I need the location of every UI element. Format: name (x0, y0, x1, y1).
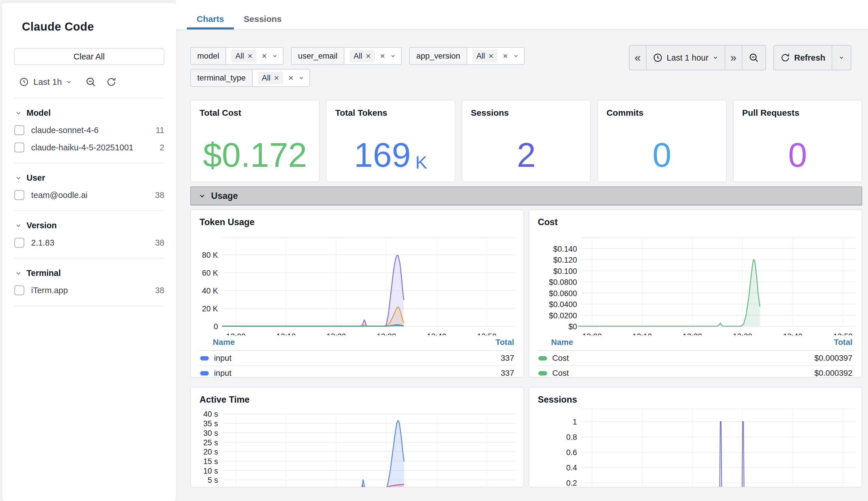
checkbox[interactable] (14, 238, 24, 248)
chart-plot[interactable]: $0$0.0200$0.0400$0.0600$0.0800$0.100$0.1… (537, 229, 857, 335)
stat-card-title: Sessions (471, 108, 582, 118)
chevron-down-icon[interactable] (390, 53, 396, 59)
filter-pill-key: terminal_type (191, 70, 253, 86)
sidebar-item[interactable]: team@oodle.ai38 (14, 190, 164, 200)
filter-pill-model[interactable]: modelAll×× (190, 47, 284, 65)
clear-filter-icon[interactable]: × (262, 52, 267, 60)
chevron-down-icon[interactable] (298, 75, 304, 81)
chevron-down-icon[interactable] (66, 79, 72, 85)
legend-row[interactable]: Cost$0.000392 (537, 366, 854, 377)
svg-text:15 s: 15 s (203, 457, 218, 466)
stat-card-title: Total Cost (199, 108, 310, 118)
filter-pill-app_version[interactable]: app_versionAll×× (409, 47, 525, 65)
checkbox[interactable] (14, 142, 24, 152)
main-area: Charts Sessions modelAll××user_emailAll×… (176, 0, 868, 501)
refresh-icon (780, 53, 790, 63)
stat-card-value: 2 (462, 128, 590, 182)
sidebar-time-range-label[interactable]: Last 1h (33, 77, 62, 87)
checkbox[interactable] (14, 285, 24, 295)
chart-panel-sessions: Sessions0.20.40.60.81 (529, 387, 862, 488)
tab-charts[interactable]: Charts (187, 9, 234, 30)
stat-number: 0 (652, 138, 672, 172)
remove-value-icon[interactable]: × (488, 52, 494, 60)
checkbox[interactable] (14, 190, 24, 200)
remove-value-icon[interactable]: × (248, 52, 253, 60)
filter-value-chip[interactable]: All× (350, 50, 375, 62)
chart-plot[interactable]: 0 s5 s10 s15 s20 s25 s30 s35 s40 s (199, 407, 519, 488)
filter-sidebar: Claude Code Clear All Last 1h Modelclaud… (2, 3, 176, 501)
svg-text:30 s: 30 s (203, 429, 218, 437)
svg-text:0: 0 (214, 322, 218, 331)
time-shift-back-button[interactable]: « (629, 46, 647, 70)
time-shift-forward-button[interactable]: » (725, 46, 742, 70)
clear-filter-icon[interactable]: × (380, 52, 385, 60)
filter-pill-terminal_type[interactable]: terminal_typeAll×× (190, 69, 310, 87)
sidebar-section-header[interactable]: User (15, 173, 164, 183)
legend-total-header[interactable]: Total (834, 338, 853, 347)
refresh-interval-dropdown[interactable] (832, 46, 851, 70)
tab-sessions[interactable]: Sessions (234, 9, 292, 30)
svg-text:0 s: 0 s (208, 486, 218, 488)
time-range-label: Last 1 hour (667, 53, 708, 63)
chevron-down-icon[interactable] (272, 53, 278, 59)
sidebar-section-header[interactable]: Version (15, 221, 164, 230)
svg-text:13:10: 13:10 (633, 332, 652, 335)
legend-name-header[interactable]: Name (551, 338, 573, 347)
remove-value-icon[interactable]: × (366, 52, 371, 60)
clear-filter-icon[interactable]: × (288, 74, 294, 82)
sidebar-section-header[interactable]: Terminal (15, 268, 164, 278)
legend-row[interactable]: Cost$0.000397 (537, 351, 854, 366)
filter-value-chip[interactable]: All× (472, 50, 498, 62)
svg-text:$0.140: $0.140 (553, 245, 577, 253)
svg-text:$0.0200: $0.0200 (549, 311, 577, 320)
chevron-down-icon[interactable] (513, 53, 519, 59)
legend-series-label: input (214, 353, 501, 363)
stat-card-value: $0.172 (191, 128, 319, 182)
chart-title: Sessions (538, 395, 854, 405)
svg-text:40 s: 40 s (203, 410, 218, 418)
legend-total-header[interactable]: Total (495, 338, 514, 347)
sidebar-item[interactable]: claude-haiku-4-5-202510012 (14, 142, 164, 152)
checkbox[interactable] (14, 125, 24, 135)
svg-text:$0.0800: $0.0800 (549, 278, 577, 287)
sidebar-section-header[interactable]: Model (15, 108, 164, 118)
svg-text:0.8: 0.8 (566, 433, 577, 441)
legend-row[interactable]: input337 (199, 366, 515, 377)
svg-text:13:40: 13:40 (783, 332, 803, 335)
legend-series-total: $0.000392 (814, 369, 853, 377)
legend-series-total: $0.000397 (814, 353, 853, 363)
chart-title: Token Usage (199, 217, 515, 227)
svg-text:0.6: 0.6 (566, 448, 577, 457)
sidebar-section-model: Modelclaude-sonnet-4-611claude-haiku-4-5… (14, 108, 164, 163)
chevron-down-icon (15, 222, 22, 229)
sidebar-item[interactable]: claude-sonnet-4-611 (14, 125, 164, 135)
chart-plot[interactable]: 020 K40 K60 K80 K13:0013:1013:2013:3013:… (199, 229, 519, 335)
filter-value-chip[interactable]: All× (258, 72, 283, 84)
refresh-icon[interactable] (106, 77, 117, 87)
legend-row[interactable]: input337 (199, 351, 515, 366)
chevron-down-icon (198, 192, 206, 200)
filter-pill-user_email[interactable]: user_emailAll×× (291, 47, 402, 65)
usage-section-header[interactable]: Usage (190, 186, 862, 205)
clear-all-button[interactable]: Clear All (14, 48, 164, 65)
legend-series-label: input (214, 369, 501, 377)
series-swatch (200, 371, 209, 375)
sidebar-item[interactable]: iTerm.app38 (14, 285, 164, 295)
legend-name-header[interactable]: Name (213, 338, 235, 347)
svg-text:$0.0400: $0.0400 (549, 300, 577, 309)
filter-pill-value: All×× (467, 47, 524, 64)
clear-filter-icon[interactable]: × (503, 52, 508, 60)
zoom-out-icon[interactable] (85, 76, 96, 87)
time-range-picker[interactable]: Last 1 hour (647, 46, 725, 70)
sidebar-item-count: 2 (160, 143, 164, 152)
sidebar-item[interactable]: 2.1.8338 (14, 238, 164, 248)
remove-value-icon[interactable]: × (274, 74, 279, 82)
svg-text:25 s: 25 s (203, 438, 218, 447)
refresh-button[interactable]: Refresh (774, 46, 832, 70)
chart-plot[interactable]: 0.20.40.60.81 (537, 407, 857, 488)
series-swatch (200, 356, 209, 361)
refresh-label: Refresh (794, 53, 825, 63)
time-zoom-out-button[interactable] (742, 46, 765, 70)
sidebar-item-label: 2.1.83 (31, 238, 152, 248)
filter-value-chip[interactable]: All× (231, 50, 257, 62)
